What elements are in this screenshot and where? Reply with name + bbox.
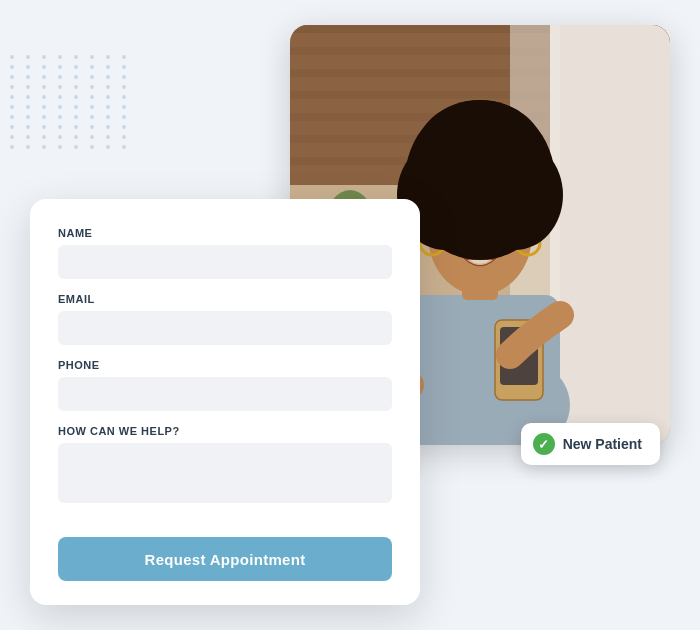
dot: [26, 115, 30, 119]
svg-rect-9: [550, 25, 670, 445]
dot: [10, 55, 14, 59]
dot: [58, 85, 62, 89]
dot: [42, 65, 46, 69]
scene: // Generate dots inline via JS after par…: [30, 25, 670, 605]
dot: [90, 105, 94, 109]
dot: [106, 115, 110, 119]
dot: [10, 85, 14, 89]
phone-group: PHONE: [58, 359, 392, 411]
phone-input[interactable]: [58, 377, 392, 411]
dot: [122, 145, 126, 149]
dot: [26, 85, 30, 89]
dot: [74, 85, 78, 89]
dot: [106, 75, 110, 79]
email-label: EMAIL: [58, 293, 392, 305]
dot: [10, 115, 14, 119]
dot: [74, 95, 78, 99]
form-card: NAME EMAIL PHONE HOW CAN WE HELP? Reques…: [30, 199, 420, 605]
dot: [10, 105, 14, 109]
dot: [42, 145, 46, 149]
dot: [90, 85, 94, 89]
dot: [74, 105, 78, 109]
dot: [58, 115, 62, 119]
check-icon: [533, 433, 555, 455]
dot: [26, 125, 30, 129]
dot: [122, 115, 126, 119]
dot: [74, 135, 78, 139]
phone-label: PHONE: [58, 359, 392, 371]
name-input[interactable]: [58, 245, 392, 279]
dot: [58, 135, 62, 139]
name-label: NAME: [58, 227, 392, 239]
dot: [90, 65, 94, 69]
dot: [106, 135, 110, 139]
dot: [42, 105, 46, 109]
dot: [10, 125, 14, 129]
dot: [42, 95, 46, 99]
dot: [42, 55, 46, 59]
dot: [74, 125, 78, 129]
dot: [58, 95, 62, 99]
dot: [106, 85, 110, 89]
dot: [106, 145, 110, 149]
dot: [26, 65, 30, 69]
svg-point-27: [470, 130, 550, 210]
help-textarea[interactable]: [58, 443, 392, 503]
dot: [42, 115, 46, 119]
dot: [58, 125, 62, 129]
dot: [90, 145, 94, 149]
dot: [122, 55, 126, 59]
dot: [58, 55, 62, 59]
dot: [90, 95, 94, 99]
dot: [122, 85, 126, 89]
dot: [26, 75, 30, 79]
dot: [42, 135, 46, 139]
email-input[interactable]: [58, 311, 392, 345]
dot: [58, 75, 62, 79]
dot: [74, 75, 78, 79]
dot: [42, 125, 46, 129]
dot: [42, 85, 46, 89]
badge-text: New Patient: [563, 436, 642, 452]
email-group: EMAIL: [58, 293, 392, 345]
dot: [122, 125, 126, 129]
dot: [90, 55, 94, 59]
dot: [122, 65, 126, 69]
dot: [106, 95, 110, 99]
dot: [90, 135, 94, 139]
help-label: HOW CAN WE HELP?: [58, 425, 392, 437]
dot: [74, 145, 78, 149]
dot: [90, 115, 94, 119]
dot: [26, 55, 30, 59]
dot: [122, 75, 126, 79]
dot: [26, 145, 30, 149]
dot: [26, 135, 30, 139]
submit-button[interactable]: Request Appointment: [58, 537, 392, 581]
dot: [58, 65, 62, 69]
dot: [10, 65, 14, 69]
dot: [122, 95, 126, 99]
dot: [58, 145, 62, 149]
dot: [26, 105, 30, 109]
dot: [74, 115, 78, 119]
dot: [10, 145, 14, 149]
dot: [90, 125, 94, 129]
dot: [74, 65, 78, 69]
dot: [106, 65, 110, 69]
dot: [10, 75, 14, 79]
dot: [90, 75, 94, 79]
name-group: NAME: [58, 227, 392, 279]
dot: [106, 55, 110, 59]
dot: [122, 135, 126, 139]
dot: [74, 55, 78, 59]
new-patient-badge: New Patient: [521, 423, 660, 465]
dot: [10, 95, 14, 99]
dot: [122, 105, 126, 109]
dot: [106, 125, 110, 129]
dot: [42, 75, 46, 79]
dot: [106, 105, 110, 109]
help-group: HOW CAN WE HELP?: [58, 425, 392, 507]
dot: [58, 105, 62, 109]
dot: [26, 95, 30, 99]
dot: [10, 135, 14, 139]
